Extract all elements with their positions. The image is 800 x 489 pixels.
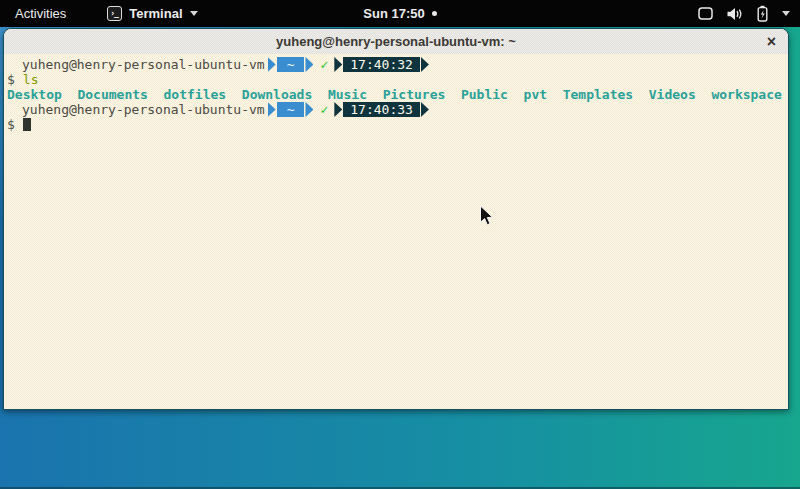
- chevron-down-icon: [782, 11, 790, 16]
- prompt-line-2: yuheng@henry-personal-ubuntu-vm ~ ✓ 17:4…: [7, 102, 788, 117]
- powerline-arrow-icon: [305, 57, 313, 72]
- terminal-app-icon: [107, 6, 122, 21]
- terminal-window: yuheng@henry-personal-ubuntu-vm: ~ × yuh…: [3, 28, 789, 410]
- app-menu-terminal[interactable]: Terminal: [107, 6, 197, 21]
- powerline-arrow-icon: [305, 102, 313, 117]
- powerline-arrow-icon: [334, 102, 342, 117]
- notification-dot: [432, 11, 437, 16]
- powerline-arrow-icon: [334, 57, 342, 72]
- status-check-icon: ✓: [320, 102, 328, 117]
- prompt-line-1: yuheng@henry-personal-ubuntu-vm ~ ✓ 17:4…: [7, 57, 788, 72]
- system-status-menu[interactable]: [698, 5, 790, 22]
- powerline-arrow-icon: [268, 57, 276, 72]
- powerline-arrow-icon: [421, 102, 429, 117]
- display-icon: [698, 7, 713, 20]
- ls-output: Desktop Documents dotfiles Downloads Mus…: [7, 87, 788, 102]
- prompt-cwd-segment: ~: [277, 57, 305, 72]
- chevron-down-icon: [190, 11, 198, 16]
- close-icon[interactable]: ×: [767, 29, 776, 54]
- prompt-time-segment: 17:40:33: [343, 102, 420, 117]
- powerline-arrow-icon: [268, 102, 276, 117]
- prompt-time-segment: 17:40:32: [343, 57, 420, 72]
- text-cursor: [23, 118, 31, 131]
- status-check-icon: ✓: [320, 57, 328, 72]
- command-line-2: $: [7, 117, 788, 132]
- activities-button[interactable]: Activities: [10, 4, 71, 23]
- top-bar: Activities Terminal Sun 17:50: [0, 0, 800, 27]
- prompt-user-host: yuheng@henry-personal-ubuntu-vm: [22, 57, 265, 72]
- prompt-symbol: $: [7, 72, 15, 87]
- volume-icon: [726, 7, 743, 21]
- battery-charging-icon: [756, 5, 769, 22]
- app-menu-label: Terminal: [129, 6, 182, 21]
- powerline-arrow-icon: [421, 57, 429, 72]
- command-text: ls: [23, 72, 39, 87]
- prompt-user-host: yuheng@henry-personal-ubuntu-vm: [22, 102, 265, 117]
- command-line-1: $ls: [7, 72, 788, 87]
- window-titlebar[interactable]: yuheng@henry-personal-ubuntu-vm: ~ ×: [4, 29, 788, 55]
- window-title: yuheng@henry-personal-ubuntu-vm: ~: [276, 34, 516, 49]
- terminal-content[interactable]: yuheng@henry-personal-ubuntu-vm ~ ✓ 17:4…: [4, 54, 788, 409]
- clock[interactable]: Sun 17:50: [363, 6, 424, 21]
- prompt-symbol: $: [7, 117, 15, 132]
- prompt-cwd-segment: ~: [277, 102, 305, 117]
